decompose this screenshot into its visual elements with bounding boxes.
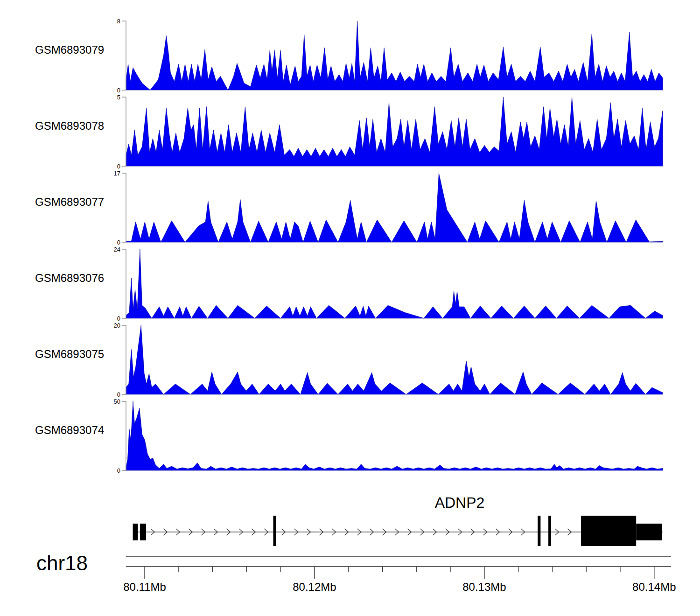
coverage-plot-GSM6893075: 200 bbox=[107, 321, 686, 397]
y-axis bbox=[122, 173, 126, 242]
gene-exon bbox=[273, 516, 276, 546]
gene-exon bbox=[581, 516, 636, 546]
y-max-tick-label: 17 bbox=[114, 170, 120, 177]
track-label-GSM6893075: GSM6893075 bbox=[35, 348, 110, 361]
coverage-plot-GSM6893079: 80 bbox=[107, 16, 686, 92]
ruler-tick-label: 80.12Mb bbox=[293, 581, 336, 593]
track-label-GSM6893079: GSM6893079 bbox=[35, 43, 110, 56]
ruler-tick-label: 80.11Mb bbox=[123, 581, 166, 593]
y-axis bbox=[122, 249, 126, 318]
y-zero-tick-label: 0 bbox=[117, 391, 120, 397]
coverage-plot-GSM6893078: 50 bbox=[107, 92, 686, 168]
signal-area-GSM6893075 bbox=[126, 325, 663, 394]
y-zero-tick-label: 0 bbox=[117, 315, 120, 321]
y-max-tick-label: 24 bbox=[114, 246, 120, 253]
y-zero-tick-label: 0 bbox=[117, 87, 120, 92]
y-max-tick-label: 50 bbox=[114, 398, 120, 405]
gene-exon bbox=[538, 516, 540, 546]
coverage-plot-GSM6893074: 500 bbox=[107, 397, 686, 473]
gene-exon bbox=[548, 516, 551, 546]
track-label-GSM6893077: GSM6893077 bbox=[35, 196, 110, 209]
gene-model-track: ADNP2 bbox=[107, 485, 686, 546]
signal-area-GSM6893074 bbox=[126, 401, 663, 470]
signal-area-GSM6893076 bbox=[126, 249, 663, 318]
y-zero-tick-label: 0 bbox=[117, 163, 120, 168]
y-axis bbox=[122, 401, 126, 470]
y-zero-tick-label: 0 bbox=[117, 239, 120, 245]
y-max-tick-label: 8 bbox=[117, 18, 120, 25]
signal-area-GSM6893078 bbox=[126, 97, 663, 166]
y-max-tick-label: 5 bbox=[117, 94, 120, 101]
ruler-tick-label: 80.14Mb bbox=[632, 581, 676, 593]
gene-exon bbox=[636, 524, 662, 540]
genome-axis-ruler: 80.11Mb80.12Mb80.13Mb80.14Mb bbox=[107, 550, 695, 606]
coverage-plot-GSM6893076: 240 bbox=[107, 245, 686, 321]
gene-exon bbox=[140, 524, 146, 540]
y-axis bbox=[122, 325, 126, 394]
gene-exon bbox=[133, 524, 138, 540]
y-max-tick-label: 20 bbox=[114, 322, 120, 329]
gene-name-label: ADNP2 bbox=[435, 494, 485, 511]
y-axis bbox=[122, 97, 126, 166]
genome-browser-figure: GSM689307980GSM689307850GSM6893077170GSM… bbox=[0, 0, 700, 616]
track-label-GSM6893074: GSM6893074 bbox=[35, 424, 110, 437]
y-zero-tick-label: 0 bbox=[117, 467, 120, 473]
y-axis bbox=[122, 21, 126, 90]
track-label-GSM6893078: GSM6893078 bbox=[35, 119, 110, 133]
coverage-plot-GSM6893077: 170 bbox=[107, 168, 686, 245]
signal-area-GSM6893079 bbox=[126, 21, 663, 90]
ruler-tick-label: 80.13Mb bbox=[462, 581, 506, 593]
signal-area-GSM6893077 bbox=[126, 173, 663, 242]
chromosome-label: chr18 bbox=[36, 552, 88, 575]
track-label-GSM6893076: GSM6893076 bbox=[35, 272, 110, 285]
